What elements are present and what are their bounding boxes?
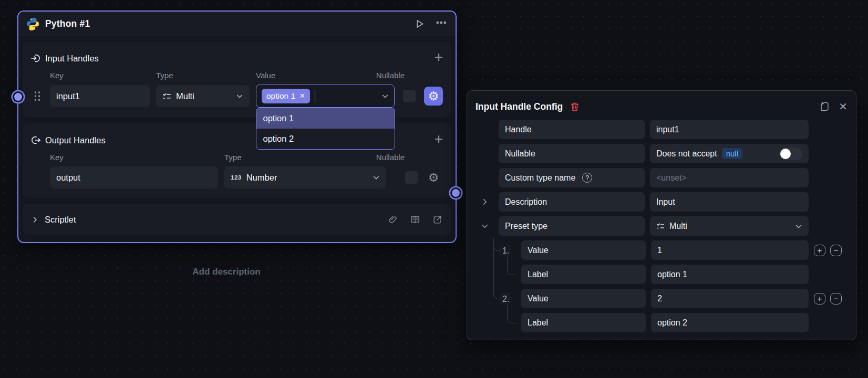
- nullable-toggle[interactable]: [779, 148, 802, 160]
- tree-guide: [493, 238, 501, 299]
- preset-item-label-row: Label option 1: [521, 265, 848, 284]
- attachment-icon[interactable]: [388, 215, 398, 225]
- config-row-preset-type: Preset type Multi: [476, 216, 848, 236]
- chevron-right-icon: [32, 216, 38, 223]
- config-row-description: Description Input: [476, 192, 848, 212]
- dropdown-option[interactable]: option 2: [256, 129, 395, 149]
- scriptlet-section[interactable]: Scriptlet: [23, 204, 451, 235]
- null-badge: null: [722, 148, 742, 159]
- nullable-value-field: Does not accept null: [650, 144, 809, 163]
- scriptlet-title: Scriptlet: [45, 215, 76, 225]
- output-handles-title: Output Handles: [45, 135, 106, 145]
- chevron-down-icon: [795, 223, 802, 230]
- preset-item-label-row: Label option 2: [521, 313, 848, 332]
- preset-options-list: 1. 2. Value 1 + − Label option 1 Value 2…: [476, 240, 848, 332]
- delete-handle-button[interactable]: [570, 101, 580, 112]
- input-key-field[interactable]: [50, 85, 150, 107]
- input-type-select[interactable]: Multi: [156, 85, 250, 107]
- row-label: Handle: [499, 120, 645, 139]
- handle-value-field[interactable]: input1: [650, 120, 809, 139]
- collapse-preset-chevron[interactable]: [476, 222, 493, 230]
- column-header-key: Key: [50, 152, 218, 166]
- add-description-button[interactable]: Add description: [17, 267, 436, 277]
- add-option-button[interactable]: +: [814, 245, 825, 256]
- multi-type-icon: [656, 222, 665, 230]
- python-node[interactable]: Python #1 ⋯ Input Handles + Key: [17, 10, 457, 243]
- dropdown-option[interactable]: option 1: [256, 108, 395, 129]
- add-option-button[interactable]: +: [814, 293, 825, 304]
- nullable-checkbox[interactable]: [403, 90, 416, 102]
- input-handle-config-panel: Input Handle Config ✕ Handle input1 Null…: [467, 90, 856, 340]
- preset-type-select[interactable]: Multi: [650, 216, 809, 236]
- output-handles-icon: [31, 135, 40, 145]
- row-label: Preset type: [499, 216, 645, 236]
- preset-value-field[interactable]: 1: [651, 240, 809, 260]
- item-index: 1.: [500, 245, 511, 257]
- row-label: Custom type name ?: [499, 168, 645, 187]
- column-header-nullable: Nullable: [376, 70, 405, 85]
- column-header-type: Type: [224, 152, 386, 166]
- add-output-handle-button[interactable]: +: [435, 132, 443, 149]
- remove-option-button[interactable]: −: [830, 245, 842, 256]
- custom-type-value-field[interactable]: <unset>: [650, 168, 809, 187]
- output-handle-row: 123 Number ⚙: [31, 166, 443, 188]
- item-index: 2.: [500, 293, 511, 305]
- output-key-field[interactable]: [50, 166, 218, 188]
- input-handles-section: Input Handles + Key Type Value Nullable: [23, 41, 451, 117]
- handle-config-gear-button[interactable]: ⚙: [424, 168, 443, 187]
- column-header-type: Type: [156, 70, 250, 85]
- multi-type-icon: [162, 92, 171, 101]
- more-menu-button[interactable]: ⋯: [436, 17, 448, 31]
- open-external-icon[interactable]: [432, 215, 442, 225]
- number-type-icon: 123: [231, 174, 242, 181]
- preset-item-value-row: Value 1 + −: [521, 240, 848, 260]
- column-header-nullable: Nullable: [376, 152, 405, 166]
- config-row-custom-type: Custom type name ? <unset>: [476, 168, 848, 187]
- output-type-select[interactable]: 123 Number: [224, 166, 386, 188]
- docs-book-icon[interactable]: [410, 214, 420, 225]
- panel-title: Input Handle Config: [476, 101, 563, 112]
- expand-description-chevron[interactable]: [476, 198, 493, 206]
- remove-tag-icon[interactable]: ✕: [299, 93, 305, 100]
- node-header[interactable]: Python #1 ⋯: [18, 12, 456, 36]
- add-input-handle-button[interactable]: +: [435, 50, 443, 67]
- close-panel-button[interactable]: ✕: [839, 101, 848, 112]
- row-label: Label: [521, 313, 646, 332]
- text-cursor: [315, 90, 316, 102]
- row-label: Value: [521, 240, 646, 260]
- value-dropdown-menu: option 1 option 2: [256, 108, 395, 150]
- column-header-key: Key: [50, 70, 150, 85]
- chevron-down-icon: [381, 92, 389, 100]
- run-button[interactable]: [414, 18, 425, 29]
- row-label: Value: [521, 289, 646, 308]
- row-label: Label: [521, 265, 646, 284]
- preset-value-field[interactable]: 2: [651, 289, 809, 308]
- preset-item-value-row: Value 2 + −: [521, 289, 848, 308]
- output-port[interactable]: [450, 187, 461, 198]
- description-value-field[interactable]: Input: [650, 192, 809, 212]
- row-label: Description: [499, 192, 645, 212]
- python-logo-icon: [26, 17, 39, 30]
- preset-label-field[interactable]: option 2: [651, 313, 809, 332]
- input-value-multiselect[interactable]: option 1 ✕ option 1 option 2: [256, 85, 395, 108]
- drag-handle-icon[interactable]: [35, 91, 40, 101]
- input-handles-title: Input Handles: [45, 54, 99, 64]
- config-row-handle: Handle input1: [476, 120, 848, 139]
- input-handle-row: Multi option 1 ✕ option 1: [31, 85, 443, 108]
- chevron-down-icon: [236, 92, 243, 100]
- nullable-checkbox[interactable]: [405, 171, 418, 184]
- preset-label-field[interactable]: option 1: [651, 265, 809, 284]
- config-row-nullable: Nullable Does not accept null: [476, 144, 848, 163]
- chevron-down-icon: [373, 174, 380, 181]
- column-header-value: Value: [256, 70, 395, 85]
- input-handles-icon: [31, 54, 40, 63]
- row-label: Nullable: [499, 144, 645, 163]
- node-body: Input Handles + Key Type Value Nullable: [18, 36, 456, 242]
- remove-option-button[interactable]: −: [830, 293, 842, 304]
- handle-config-gear-button[interactable]: ⚙: [424, 87, 443, 106]
- node-title: Python #1: [45, 18, 90, 29]
- input-port[interactable]: [13, 91, 24, 102]
- copy-config-icon[interactable]: [819, 101, 830, 112]
- help-icon[interactable]: ?: [582, 173, 592, 183]
- value-tag[interactable]: option 1 ✕: [262, 89, 310, 103]
